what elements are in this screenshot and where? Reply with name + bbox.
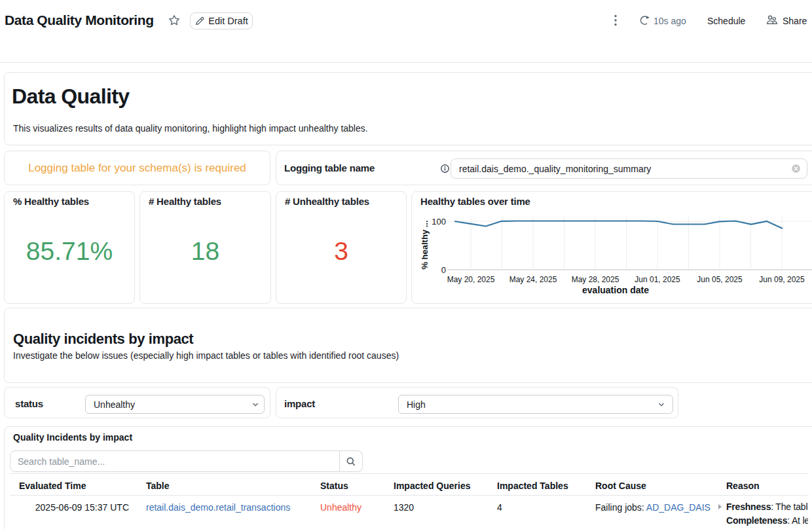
svg-text:100: 100 <box>432 217 446 227</box>
svg-text:Jun 05, 2025: Jun 05, 2025 <box>697 275 743 284</box>
svg-text:% healthy ...: % healthy ... <box>420 220 430 269</box>
svg-text:Jun 09, 2025: Jun 09, 2025 <box>759 275 805 284</box>
svg-text:May 24, 2025: May 24, 2025 <box>509 275 557 284</box>
svg-text:0: 0 <box>441 265 446 275</box>
svg-text:evaluation date: evaluation date <box>582 285 649 295</box>
svg-text:May 20, 2025: May 20, 2025 <box>447 275 495 284</box>
svg-text:Jun 01, 2025: Jun 01, 2025 <box>635 275 680 284</box>
svg-text:May 28, 2025: May 28, 2025 <box>572 275 619 284</box>
